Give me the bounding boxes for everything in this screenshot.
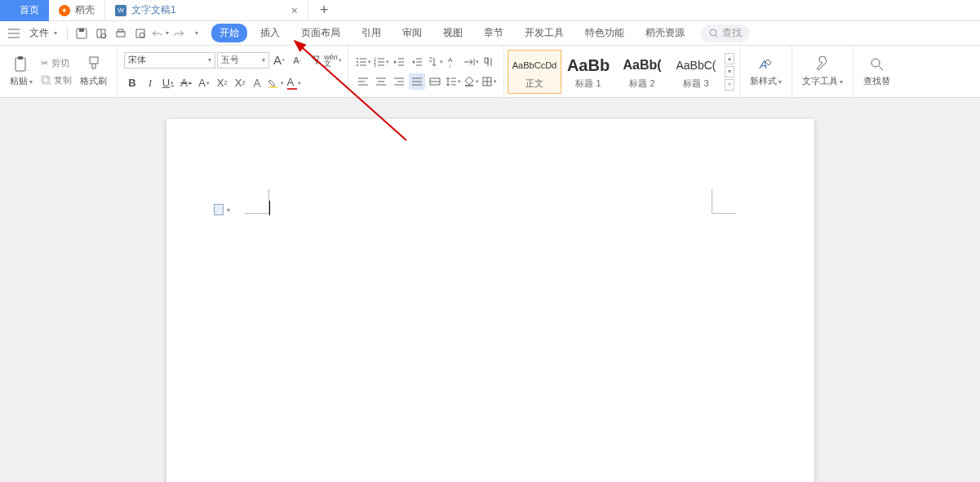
highlight-button[interactable]: ▾ bbox=[268, 75, 284, 91]
text-tools-button[interactable]: 文字工具▾ bbox=[799, 55, 846, 87]
distribute-button[interactable] bbox=[427, 73, 443, 90]
text-direction-button[interactable]: ▾ bbox=[427, 54, 443, 70]
page-glyph-icon bbox=[214, 204, 224, 215]
group-clipboard: 粘贴▾ ✂剪切 复制 格式刷 bbox=[0, 46, 118, 97]
align-left-button[interactable] bbox=[355, 73, 371, 90]
align-justify-button[interactable] bbox=[409, 73, 425, 90]
font-color-button[interactable]: A▾ bbox=[286, 75, 302, 91]
bold-button[interactable]: B bbox=[124, 75, 140, 91]
paste-button[interactable]: 粘贴▾ bbox=[7, 55, 36, 87]
docer-tab[interactable]: ✦ 稻壳 bbox=[49, 0, 104, 21]
tab-insert[interactable]: 插入 bbox=[252, 24, 288, 42]
increase-indent-button[interactable] bbox=[409, 54, 425, 70]
preview-icon[interactable] bbox=[131, 24, 149, 42]
pinyin-button[interactable]: wén文▾ bbox=[325, 52, 341, 69]
save-icon[interactable] bbox=[73, 24, 91, 42]
ribbon-toolbar: 粘贴▾ ✂剪切 复制 格式刷 宋体▾ 五号▾ A+ A- wén文▾ B I U… bbox=[0, 46, 980, 98]
redo-icon[interactable] bbox=[171, 24, 188, 42]
search-icon bbox=[709, 29, 719, 38]
style-normal[interactable]: AaBbCcDd 正文 bbox=[508, 50, 561, 94]
document-tab[interactable]: W 文字文稿1 × bbox=[104, 0, 308, 21]
new-tab-button[interactable]: + bbox=[308, 0, 340, 21]
underline-button[interactable]: U▾ bbox=[160, 75, 176, 91]
change-case-button[interactable] bbox=[250, 75, 266, 91]
strike-button[interactable]: A▾ bbox=[178, 75, 194, 91]
copy-button[interactable]: 复制 bbox=[39, 73, 73, 87]
tab-review[interactable]: 审阅 bbox=[394, 24, 430, 42]
ribbon-tabs: 开始 插入 页面布局 引用 审阅 视图 章节 开发工具 特色功能 稻壳资源 bbox=[211, 24, 693, 42]
close-tab-icon[interactable]: × bbox=[291, 4, 298, 17]
new-style-button[interactable]: A 新样式▾ bbox=[747, 55, 785, 87]
paragraph-handle[interactable]: ▾ bbox=[214, 204, 230, 215]
svg-rect-4 bbox=[79, 29, 84, 32]
svg-point-18 bbox=[357, 58, 358, 60]
clear-format-button[interactable] bbox=[307, 52, 323, 69]
style-scroll: ▴ ▾ ▿ bbox=[725, 53, 736, 91]
decrease-indent-button[interactable] bbox=[391, 54, 407, 70]
tab-section[interactable]: 章节 bbox=[476, 24, 512, 42]
app-home-tab[interactable]: 首页 bbox=[0, 0, 49, 21]
svg-rect-38 bbox=[485, 58, 488, 63]
cut-button[interactable]: ✂剪切 bbox=[39, 56, 73, 70]
app-menu-icon[interactable] bbox=[5, 24, 23, 42]
show-marks-button[interactable] bbox=[481, 54, 497, 70]
font-size-select[interactable]: 五号▾ bbox=[217, 52, 269, 69]
page[interactable]: ▾ bbox=[166, 119, 814, 482]
svg-rect-6 bbox=[117, 32, 125, 37]
borders-button[interactable]: ▾ bbox=[481, 73, 497, 90]
format-painter-button[interactable]: 格式刷 bbox=[77, 55, 110, 87]
print-preview-icon[interactable] bbox=[92, 24, 110, 42]
numbering-button[interactable]: 123▾ bbox=[373, 54, 389, 70]
subscript-button[interactable]: X2 bbox=[232, 75, 248, 91]
menu-bar: 文件▾ ▾ ▾ 开始 插入 页面布局 引用 审阅 视图 章节 开发工具 特色功能… bbox=[0, 21, 980, 46]
style-heading3[interactable]: AaBbC( 标题 3 bbox=[669, 50, 723, 94]
find-icon bbox=[868, 55, 886, 73]
svg-rect-12 bbox=[16, 58, 25, 71]
svg-rect-15 bbox=[43, 77, 50, 84]
style-up-button[interactable]: ▴ bbox=[725, 53, 734, 64]
tab-references[interactable]: 引用 bbox=[353, 24, 389, 42]
italic-button[interactable]: I bbox=[142, 75, 158, 91]
style-down-button[interactable]: ▾ bbox=[725, 66, 734, 77]
svg-point-9 bbox=[140, 33, 144, 38]
grow-font-button[interactable]: A+ bbox=[271, 52, 287, 69]
tab-view[interactable]: 视图 bbox=[435, 24, 471, 42]
document-area[interactable]: ▾ bbox=[0, 98, 980, 482]
svg-rect-14 bbox=[42, 76, 48, 82]
print-icon[interactable] bbox=[112, 24, 130, 42]
tab-features[interactable]: 特色功能 bbox=[577, 24, 632, 42]
qat-more-icon[interactable]: ▾ bbox=[195, 29, 198, 37]
align-right-button[interactable] bbox=[391, 73, 407, 90]
svg-rect-16 bbox=[90, 57, 98, 64]
shrink-font-button[interactable]: A- bbox=[289, 52, 305, 69]
superscript-button[interactable]: X2 bbox=[214, 75, 230, 91]
style-heading2[interactable]: AaBb( 标题 2 bbox=[615, 50, 669, 94]
tab-start[interactable]: 开始 bbox=[211, 24, 247, 42]
bullets-button[interactable]: ▾ bbox=[355, 54, 371, 70]
tab-layout[interactable]: 页面布局 bbox=[293, 24, 348, 42]
sort-button[interactable]: A↓ bbox=[445, 54, 461, 70]
margin-corner-tl bbox=[245, 189, 269, 214]
tabs-button[interactable]: ▾ bbox=[463, 54, 479, 70]
scissors-icon: ✂ bbox=[41, 58, 48, 69]
search-box[interactable]: 查找 bbox=[701, 24, 750, 42]
group-styles: AaBbCcDd 正文 AaBb 标题 1 AaBb( 标题 2 AaBbC( … bbox=[504, 46, 740, 97]
tab-resources[interactable]: 稻壳资源 bbox=[637, 24, 693, 42]
svg-point-20 bbox=[357, 61, 358, 63]
font-name-select[interactable]: 宋体▾ bbox=[124, 52, 215, 69]
svg-line-11 bbox=[716, 35, 718, 38]
shading-button[interactable]: ▾ bbox=[463, 73, 479, 90]
line-spacing-button[interactable]: ▾ bbox=[445, 73, 461, 90]
align-center-button[interactable] bbox=[373, 73, 389, 90]
style-heading1[interactable]: AaBb 标题 1 bbox=[561, 50, 615, 94]
undo-icon[interactable]: ▾ bbox=[151, 24, 169, 42]
group-paragraph: ▾ 123▾ ▾ A↓ ▾ ▾ ▾ ▾ bbox=[348, 46, 504, 97]
divider bbox=[67, 26, 68, 41]
emphasis-button[interactable]: A▾ bbox=[196, 75, 212, 91]
style-expand-button[interactable]: ▿ bbox=[725, 79, 734, 91]
find-replace-button[interactable]: 查找替 bbox=[860, 55, 894, 87]
chevron-down-icon: ▾ bbox=[54, 29, 57, 37]
style-pen-icon: A bbox=[757, 55, 775, 73]
file-menu[interactable]: 文件▾ bbox=[24, 26, 62, 40]
tab-devtools[interactable]: 开发工具 bbox=[517, 24, 572, 42]
